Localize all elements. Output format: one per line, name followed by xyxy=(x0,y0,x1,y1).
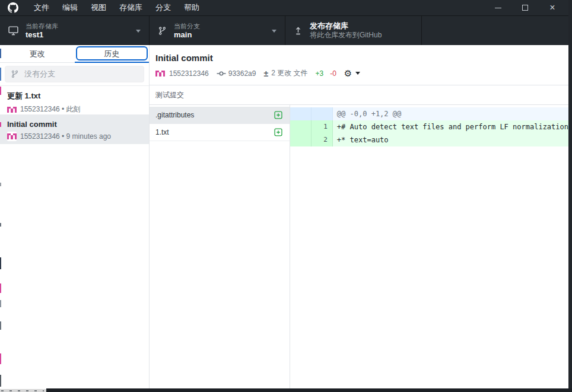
minimize-button[interactable] xyxy=(484,0,511,15)
commit-meta-text: 1552312346 • 9 minutes ago xyxy=(20,132,111,141)
git-branch-icon xyxy=(11,70,19,78)
close-icon: × xyxy=(549,3,555,12)
menu-file[interactable]: 文件 xyxy=(27,0,56,15)
chevron-down-icon xyxy=(355,72,360,75)
diff-added-icon xyxy=(274,111,282,119)
desktop-icon xyxy=(8,26,18,36)
commit-description: 测试提交 xyxy=(150,85,568,105)
tab-history-label: 历史 xyxy=(104,49,119,59)
file-name: .gitattributes xyxy=(155,111,194,119)
commit-list-item[interactable]: 更新 1.txt 1552312346 • 此刻 xyxy=(0,86,149,115)
commit-title: Initial commit xyxy=(7,120,142,129)
menu-help[interactable]: 帮助 xyxy=(177,0,206,15)
toolbar: 当前存储库 test1 当前分支 main 发布存储库 将此仓库发布到GitHu… xyxy=(0,15,572,45)
maximize-button[interactable] xyxy=(511,0,539,15)
file-name: 1.txt xyxy=(155,128,169,136)
current-repository-button[interactable]: 当前存储库 test1 xyxy=(0,16,150,45)
diff-hunk-text: @@ -0,0 +1,2 @@ xyxy=(333,107,401,120)
diff-new-line-gutter xyxy=(312,107,333,120)
desktop-background-strip xyxy=(568,0,572,392)
additions-count: +3 xyxy=(316,69,324,78)
desktop-background-strip xyxy=(46,388,572,392)
background-window-edge xyxy=(0,389,46,392)
diff-modified-icon: ± xyxy=(263,69,268,78)
avatar xyxy=(155,69,165,78)
commit-list-item[interactable]: Initial commit 1552312346 • 9 minutes ag… xyxy=(0,115,149,144)
current-branch-value: main xyxy=(174,30,200,40)
upload-icon xyxy=(294,26,303,36)
file-row[interactable]: 1.txt xyxy=(150,124,290,141)
avatar xyxy=(7,105,17,114)
chevron-down-icon xyxy=(272,30,277,33)
commit-detail-header: Initial commit 1552312346 93362a9 ± 2 更改… xyxy=(150,45,568,85)
commit-sha: 93362a9 xyxy=(228,69,256,78)
sidebar: 更改 历史 没有分支 更新 1.txt 1552312346 • 此刻 In xyxy=(0,45,150,392)
commit-sha-group: 93362a9 xyxy=(217,69,256,78)
tab-history[interactable]: 历史 xyxy=(75,45,150,62)
branch-filter-row: 没有分支 xyxy=(0,63,149,86)
close-button[interactable]: × xyxy=(539,0,566,15)
minimize-icon xyxy=(495,8,501,8)
publish-repository-button[interactable]: 发布存储库 将此仓库发布到GitHub xyxy=(285,16,422,45)
branch-filter-placeholder: 没有分支 xyxy=(24,69,55,79)
current-branch-label: 当前分支 xyxy=(174,22,200,30)
files-changed-label: 2 更改 文件 xyxy=(271,68,307,78)
diff-view: @@ -0,0 +1,2 @@ 1 +# Auto detect text fi… xyxy=(290,105,568,392)
titlebar: 文件 编辑 视图 存储库 分支 帮助 × xyxy=(0,0,572,15)
commit-meta-text: 1552312346 • 此刻 xyxy=(20,104,81,114)
file-row[interactable]: .gitattributes xyxy=(150,107,290,124)
current-branch-button[interactable]: 当前分支 main xyxy=(150,16,285,45)
window-controls: × xyxy=(484,0,566,15)
chevron-down-icon xyxy=(136,30,141,33)
commit-detail-title: Initial commit xyxy=(155,53,568,63)
diff-added-line: 1 +# Auto detect text files and perform … xyxy=(290,120,568,133)
commit-title: 更新 1.txt xyxy=(7,91,142,101)
maximize-icon xyxy=(522,5,528,11)
diff-added-line: 2 +* text=auto xyxy=(290,133,568,146)
git-branch-icon xyxy=(158,26,167,36)
sidebar-tabs: 更改 历史 xyxy=(0,45,149,63)
menu-view[interactable]: 视图 xyxy=(84,0,113,15)
diff-old-line-gutter xyxy=(290,120,312,133)
diff-new-line-number: 1 xyxy=(312,120,333,133)
current-repository-value: test1 xyxy=(26,30,58,40)
diff-old-line-gutter xyxy=(290,107,312,120)
publish-repository-subtitle: 将此仓库发布到GitHub xyxy=(310,30,382,40)
tab-changes-label: 更改 xyxy=(30,49,45,59)
app-window: 文件 编辑 视图 存储库 分支 帮助 × 当前存储库 test1 xyxy=(0,0,572,392)
files-changed-group: ± 2 更改 文件 xyxy=(263,68,307,78)
diff-options-button[interactable]: ⚙ xyxy=(344,69,360,78)
screen-edge-artifacts xyxy=(0,45,1,392)
menu-branch[interactable]: 分支 xyxy=(149,0,177,15)
branch-filter-box[interactable]: 没有分支 xyxy=(5,66,144,82)
tab-changes[interactable]: 更改 xyxy=(0,45,75,62)
commit-description-text: 测试提交 xyxy=(155,90,184,100)
deletions-count: -0 xyxy=(330,69,336,78)
menu-bar: 文件 编辑 视图 存储库 分支 帮助 xyxy=(27,0,206,15)
commit-detail-panel: Initial commit 1552312346 93362a9 ± 2 更改… xyxy=(150,45,568,392)
publish-repository-title: 发布存储库 xyxy=(310,21,382,30)
git-commit-icon xyxy=(217,69,226,78)
changed-files-list: .gitattributes 1.txt xyxy=(150,105,290,392)
diff-line-text: +# Auto detect text files and perform LF… xyxy=(333,120,568,133)
diff-hunk-header: @@ -0,0 +1,2 @@ xyxy=(290,107,568,120)
diff-line-text: +* text=auto xyxy=(333,133,389,146)
avatar xyxy=(7,132,17,141)
commit-author: 1552312346 xyxy=(169,69,209,78)
diff-old-line-gutter xyxy=(290,133,312,146)
menu-edit[interactable]: 编辑 xyxy=(56,0,84,15)
diff-added-icon xyxy=(274,128,282,136)
gear-icon: ⚙ xyxy=(344,69,352,78)
diff-new-line-number: 2 xyxy=(312,133,333,146)
github-logo-icon xyxy=(8,2,18,13)
menu-repository[interactable]: 存储库 xyxy=(113,0,149,15)
current-repository-label: 当前存储库 xyxy=(26,22,58,30)
